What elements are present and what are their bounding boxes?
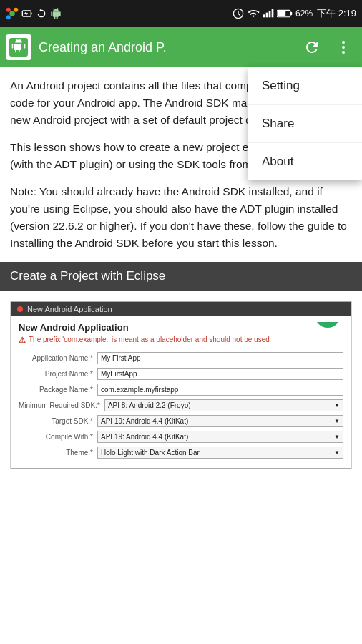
dialog-row-4: Target SDK:* API 19: Android 4.4 (KitKat…	[19, 415, 343, 427]
android-logo-icon	[9, 38, 28, 57]
notification-icon-1	[6, 7, 19, 20]
clock-icon	[233, 8, 244, 19]
dropdown-menu: Setting Share About	[248, 67, 362, 180]
svg-rect-6	[263, 14, 265, 17]
dialog-row-1: Project Name:* MyFirstApp	[19, 368, 343, 380]
menu-item-share[interactable]: Share	[248, 105, 362, 143]
toolbar-title: Creating an Android P.	[39, 40, 299, 55]
dialog-select-3[interactable]: API 8: Android 2.2 (Froyo) ▼	[104, 399, 343, 411]
status-bar-right: 62% 下午 2:19	[233, 7, 356, 20]
refresh-icon	[303, 39, 321, 56]
battery-charging-icon	[21, 8, 33, 19]
chevron-down-icon-3: ▼	[334, 402, 340, 409]
more-options-button[interactable]	[331, 34, 356, 60]
status-bar-left	[6, 7, 62, 20]
svg-rect-12	[278, 11, 285, 16]
status-bar: 62% 下午 2:19	[0, 0, 362, 27]
battery-icon	[277, 9, 293, 19]
dialog-label-2: Package Name:*	[19, 386, 97, 394]
dialog-section-title: New Android Application	[19, 322, 343, 333]
dialog-input-2[interactable]: com.example.myfirstapp	[97, 384, 343, 396]
svg-point-2	[14, 8, 18, 12]
android-avatar-icon	[319, 322, 336, 323]
dialog-label-4: Target SDK:*	[19, 417, 97, 425]
dialog-row-3: Minimum Required SDK:* API 8: Android 2.…	[19, 399, 343, 411]
dialog-screenshot: New Android Application New Android Appl…	[10, 301, 352, 469]
dialog-select-value-5: API 19: Android 4.4 (KitKat)	[101, 433, 188, 441]
dialog-body: New Android Application ⚠ The prefix 'co…	[11, 316, 351, 468]
dialog-select-4[interactable]: API 19: Android 4.4 (KitKat) ▼	[97, 415, 343, 427]
dialog-label-0: Application Name:*	[19, 354, 97, 362]
android-icon	[50, 8, 62, 19]
dialog-titlebar: New Android Application	[11, 302, 351, 316]
more-vertical-icon	[335, 39, 352, 56]
svg-point-1	[6, 8, 11, 12]
dialog-label-3: Minimum Required SDK:*	[19, 401, 104, 409]
dialog-select-value-3: API 8: Android 2.2 (Froyo)	[108, 401, 191, 409]
dialog-label-1: Project Name:*	[19, 370, 97, 378]
paragraph-3: Note: You should already have the Androi…	[10, 183, 352, 252]
dialog-input-1[interactable]: MyFirstApp	[97, 368, 343, 380]
section-header: Create a Project with Eclipse	[0, 262, 362, 291]
dialog-input-0[interactable]: My First App	[97, 352, 343, 364]
toolbar-actions	[299, 34, 356, 60]
dialog-titlebar-dot	[17, 306, 23, 312]
dialog-warning-text: The prefix 'com.example.' is meant as a …	[29, 336, 270, 343]
dialog-warning: ⚠ The prefix 'com.example.' is meant as …	[19, 336, 343, 345]
dialog-row-5: Compile With:* API 19: Android 4.4 (KitK…	[19, 431, 343, 443]
android-dialog: New Android Application New Android Appl…	[11, 301, 351, 469]
dialog-label-5: Compile With:*	[19, 433, 97, 441]
chevron-down-icon-5: ▼	[334, 434, 340, 440]
svg-rect-9	[272, 9, 274, 17]
dialog-row-0: Application Name:* My First App	[19, 352, 343, 364]
menu-item-about[interactable]: About	[248, 143, 362, 180]
dialog-titlebar-text: New Android Application	[27, 305, 112, 313]
dialog-row-2: Package Name:* com.example.myfirstapp	[19, 384, 343, 396]
wifi-icon	[247, 8, 260, 19]
refresh-button[interactable]	[299, 34, 325, 60]
battery-percentage: 62%	[295, 9, 313, 19]
svg-rect-11	[290, 12, 292, 16]
menu-item-setting[interactable]: Setting	[248, 67, 362, 105]
svg-point-15	[342, 46, 345, 49]
svg-point-16	[342, 51, 345, 54]
svg-rect-8	[269, 11, 271, 17]
chevron-down-icon-4: ▼	[334, 418, 340, 424]
chevron-down-icon-6: ▼	[334, 449, 340, 456]
dialog-select-value-4: API 19: Android 4.4 (KitKat)	[101, 417, 188, 425]
dialog-select-5[interactable]: API 19: Android 4.4 (KitKat) ▼	[97, 431, 343, 443]
dialog-row-6: Theme:* Holo Light with Dark Action Bar …	[19, 447, 343, 459]
sync-icon	[36, 8, 47, 19]
time-display: 下午 2:19	[317, 7, 356, 20]
svg-rect-7	[266, 13, 268, 18]
toolbar: Creating an Android P. Setting Share Abo…	[0, 27, 362, 67]
svg-point-0	[9, 11, 15, 16]
app-logo	[6, 34, 31, 60]
svg-point-3	[6, 15, 11, 19]
svg-point-14	[342, 41, 345, 44]
dialog-label-6: Theme:*	[19, 449, 97, 457]
dialog-select-6[interactable]: Holo Light with Dark Action Bar ▼	[97, 447, 343, 459]
dialog-select-value-6: Holo Light with Dark Action Bar	[101, 449, 200, 457]
signal-icon	[263, 8, 274, 19]
